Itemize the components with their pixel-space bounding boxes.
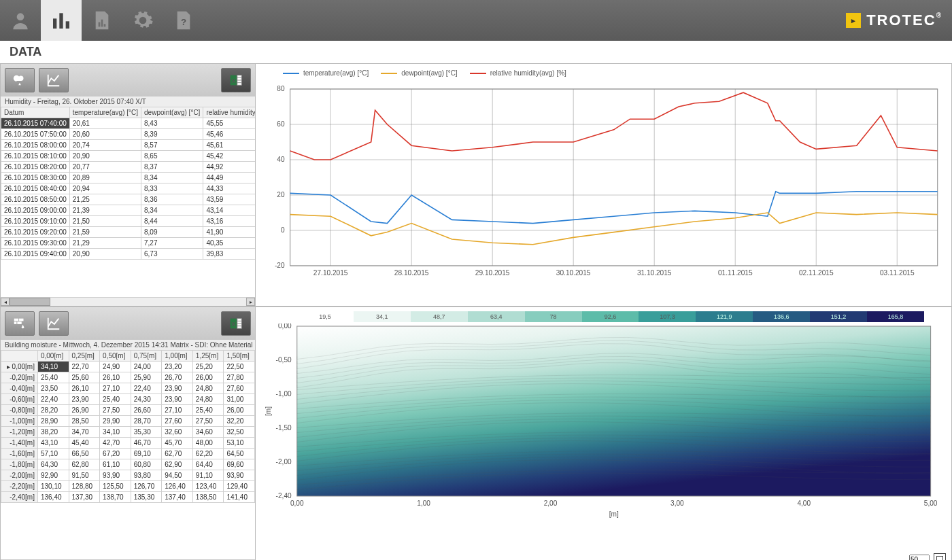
table-row[interactable]: 26.10.2015 07:40:0020,618,4345,55 xyxy=(1,118,256,129)
page-title: DATA xyxy=(0,41,952,63)
table-row[interactable]: -1,20[m]38,2034,7034,1035,3032,6034,6032… xyxy=(1,427,255,438)
humidity-table-scroll[interactable]: Datumtemperature(avg) [°C]dewpoint(avg) … xyxy=(1,107,255,297)
moisture-data-button[interactable] xyxy=(5,311,35,336)
tab-settings[interactable] xyxy=(122,0,163,41)
brand-logo: ▸ TROTEC® xyxy=(846,12,942,29)
table-row[interactable]: 26.10.2015 08:10:0020,908,6545,42 xyxy=(1,151,256,162)
svg-text:20: 20 xyxy=(277,191,285,198)
table-header[interactable]: 0,25[m] xyxy=(69,351,100,362)
table-row[interactable]: 26.10.2015 09:40:0020,906,7339,83 xyxy=(1,249,256,260)
table-row[interactable]: 26.10.2015 08:30:0020,898,3444,49 xyxy=(1,173,256,183)
svg-rect-53 xyxy=(297,326,931,496)
svg-text:-2,00: -2,00 xyxy=(276,458,292,466)
export-excel-button-2[interactable]: X xyxy=(221,311,251,336)
svg-text:29.10.2015: 29.10.2015 xyxy=(475,269,510,277)
table-row[interactable]: -2,20[m]130,10128,80125,50126,70126,4012… xyxy=(1,481,255,492)
svg-rect-43 xyxy=(14,319,18,321)
table-row[interactable]: 26.10.2015 09:30:0021,297,2740,35 xyxy=(1,238,256,249)
table-row[interactable]: -0,60[m]22,4023,9025,4024,3023,9024,8031… xyxy=(1,394,255,405)
svg-rect-45 xyxy=(14,321,17,324)
table-row[interactable]: ▸ 0,00[m]34,1022,7024,9024,0023,2025,202… xyxy=(1,362,255,372)
svg-text:80: 80 xyxy=(277,85,285,92)
table-row[interactable]: 26.10.2015 08:50:0021,258,3643,59 xyxy=(1,194,256,205)
svg-text:01.11.2015: 01.11.2015 xyxy=(718,269,753,277)
humidity-caption: Humidity - Freitag, 26. Oktober 2015 07:… xyxy=(1,97,255,107)
user-icon xyxy=(10,10,31,31)
table-row[interactable]: 26.10.2015 08:20:0020,778,3744,92 xyxy=(1,162,256,173)
linechart-icon xyxy=(45,73,63,88)
humidity-hscrollbar[interactable]: ◂▸ xyxy=(1,297,255,306)
table-row[interactable]: -0,80[m]28,2026,9027,5026,6027,1025,4026… xyxy=(1,405,255,416)
table-header[interactable]: relative humidity(avg) [%] xyxy=(203,107,255,118)
table-header[interactable]: 0,00[m] xyxy=(37,351,69,362)
table-row[interactable]: 26.10.2015 09:10:0021,508,4443,16 xyxy=(1,216,256,227)
colorbar-segment: 78 xyxy=(525,311,582,322)
table-row[interactable]: -2,40[m]136,40137,30138,70135,30137,4013… xyxy=(1,492,255,503)
table-header[interactable]: Datum xyxy=(1,107,70,118)
legend-item[interactable]: dewpoint(avg) [°C] xyxy=(381,69,457,77)
table-row[interactable]: -1,60[m]57,1066,5067,2069,1062,7062,2064… xyxy=(1,449,255,459)
legend-item[interactable]: relative humidity(avg) [%] xyxy=(470,69,566,77)
svg-rect-6 xyxy=(104,24,106,27)
svg-text:0: 0 xyxy=(281,226,285,234)
table-row[interactable]: 26.10.2015 08:40:0020,948,3344,33 xyxy=(1,183,256,194)
svg-text:[m]: [m] xyxy=(609,510,619,518)
table-row[interactable]: -0,40[m]23,5026,1027,1022,4023,9024,8027… xyxy=(1,383,255,394)
excel-icon: X xyxy=(227,73,245,88)
table-header[interactable]: 1,25[m] xyxy=(192,351,224,362)
tab-help[interactable]: ? xyxy=(163,0,204,41)
moisture-chart-button[interactable] xyxy=(39,311,69,336)
svg-text:40: 40 xyxy=(277,156,285,163)
svg-text:28.10.2015: 28.10.2015 xyxy=(394,269,429,277)
svg-rect-44 xyxy=(19,319,23,321)
table-row[interactable]: -1,00[m]28,9028,5029,9028,7027,6027,5032… xyxy=(1,416,255,427)
colorbar-segment: 19,5 xyxy=(296,311,354,322)
tab-report[interactable] xyxy=(82,0,122,41)
table-header[interactable]: 1,00[m] xyxy=(162,351,193,362)
table-row[interactable]: 26.10.2015 07:50:0020,608,3945,46 xyxy=(1,129,256,140)
table-header[interactable]: temperature(avg) [°C] xyxy=(69,107,141,118)
colorbar-segment: 63,4 xyxy=(468,311,525,322)
table-row[interactable]: -1,80[m]64,3062,8061,1060,8062,9064,4069… xyxy=(1,459,255,470)
colorbar-segment: 136,6 xyxy=(753,311,810,322)
table-row[interactable]: -1,40[m]43,1045,4042,7046,7045,7048,0053… xyxy=(1,438,255,449)
table-header[interactable]: 0,75[m] xyxy=(131,351,162,362)
table-row[interactable]: 26.10.2015 09:00:0021,398,3443,14 xyxy=(1,205,256,216)
legend-item[interactable]: temperature(avg) [°C] xyxy=(283,69,369,77)
colorbar-segment: 107,3 xyxy=(639,311,696,322)
moisture-table-scroll[interactable]: 0,00[m]0,25[m]0,50[m]0,75[m]1,00[m]1,25[… xyxy=(1,350,255,559)
svg-text:-0,50: -0,50 xyxy=(276,356,292,364)
tab-data[interactable] xyxy=(41,0,82,41)
help-icon: ? xyxy=(173,10,194,31)
brand-text: TROTEC® xyxy=(866,12,942,29)
table-row[interactable]: -0,20[m]25,4025,6026,1025,9026,7026,0027… xyxy=(1,372,255,383)
wall-drop-icon xyxy=(11,316,29,331)
table-header[interactable]: dewpoint(avg) [°C] xyxy=(141,107,203,118)
table-header[interactable]: 1,50[m] xyxy=(224,351,255,362)
svg-text:4,00: 4,00 xyxy=(797,500,811,507)
heatmap-colorbar: 19,534,148,763,47892,6107,3121,9136,6151… xyxy=(296,311,924,322)
heatmap-level-input[interactable] xyxy=(909,555,930,561)
tab-user[interactable] xyxy=(0,0,41,41)
fullscreen-button[interactable] xyxy=(934,553,946,560)
table-header[interactable]: 0,50[m] xyxy=(100,351,131,362)
main-toolbar: ? ▸ TROTEC® xyxy=(0,0,952,41)
humidity-chart-button[interactable] xyxy=(39,68,69,92)
svg-rect-4 xyxy=(99,22,101,27)
humidity-data-button[interactable] xyxy=(5,68,35,92)
svg-text:?: ? xyxy=(181,17,186,27)
gear-icon xyxy=(132,10,154,31)
colorbar-segment: 121,9 xyxy=(696,311,753,322)
table-row[interactable]: -2,00[m]92,9091,5093,9093,8094,5091,1093… xyxy=(1,470,255,481)
table-row[interactable]: 26.10.2015 09:20:0021,598,0941,90 xyxy=(1,227,256,238)
svg-text:02.11.2015: 02.11.2015 xyxy=(799,269,834,277)
export-excel-button[interactable]: X xyxy=(221,68,251,92)
moisture-panel-toolbar: X xyxy=(1,307,255,340)
svg-text:30.10.2015: 30.10.2015 xyxy=(556,269,591,277)
svg-rect-42 xyxy=(290,89,938,266)
table-row[interactable]: 26.10.2015 08:00:0020,748,5745,61 xyxy=(1,140,256,151)
barchart-icon xyxy=(50,10,72,31)
heatmap-chart: 0,00-0,50-1,00-1,50-2,00-2,400,001,002,0… xyxy=(256,323,951,534)
svg-text:-20: -20 xyxy=(275,262,285,269)
svg-text:5,00: 5,00 xyxy=(924,500,938,507)
